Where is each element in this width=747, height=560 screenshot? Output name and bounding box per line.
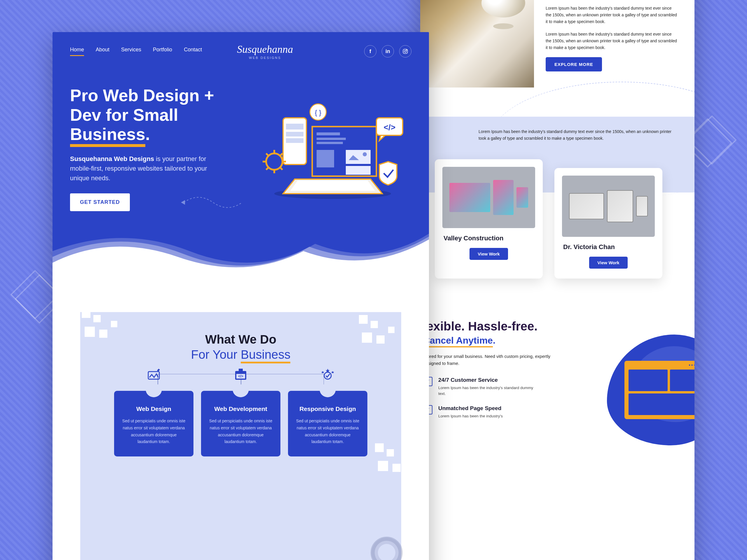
svg-marker-5 (290, 181, 375, 191)
svg-rect-34 (148, 372, 159, 379)
view-work-button[interactable]: View Work (469, 248, 508, 260)
portfolio-card: Valley Construction View Work (435, 159, 543, 278)
card-title: Web Design (121, 405, 186, 412)
card-body: Sed ut perspiciatis unde omnis iste natu… (295, 418, 360, 445)
services-subheading: For Your Business (70, 348, 411, 362)
svg-text:</>: </> (384, 123, 395, 132)
portfolio-title: Dr. Victoria Chan (563, 243, 655, 251)
about-paragraph: Lorem Ipsum has been the industry's stan… (546, 5, 677, 25)
portfolio-intro: Lorem Ipsum has been the industry's stan… (420, 105, 694, 151)
svg-line-25 (280, 167, 282, 170)
portfolio-title: Valley Construction (443, 235, 535, 242)
nav-link-home[interactable]: Home (70, 47, 84, 56)
service-card-dev: </> Web Development Sed ut perspiciatis … (201, 391, 280, 456)
svg-rect-8 (317, 138, 346, 140)
services-heading: What We Do (70, 332, 411, 347)
svg-point-2 (407, 50, 407, 50)
svg-rect-18 (286, 138, 304, 143)
svg-point-39 (324, 372, 331, 379)
portfolio-thumbnail (562, 176, 655, 237)
view-work-button[interactable]: View Work (589, 257, 627, 269)
about-image (420, 0, 534, 87)
nav-bar: Home About Services Portfolio Contact Su… (53, 32, 429, 59)
design-icon (147, 368, 161, 382)
flex-subheading: Cancel Anytime (423, 335, 493, 347)
svg-marker-14 (346, 166, 370, 175)
svg-marker-33 (181, 200, 185, 205)
svg-point-1 (405, 50, 407, 53)
svg-point-13 (363, 152, 367, 156)
svg-rect-38 (239, 369, 243, 371)
dev-icon: </> (233, 368, 248, 382)
service-card-design: Web Design Sed ut perspiciatis unde omni… (114, 391, 194, 456)
about-paragraph: Lorem Ipsum has been the industry's stan… (546, 31, 677, 51)
svg-line-27 (280, 153, 282, 156)
card-body: Sed ut perspiciatis unde omnis iste natu… (208, 418, 274, 445)
hero-title: Pro Web Design + Dev for Small Business. (70, 86, 233, 145)
facebook-icon[interactable]: f (364, 45, 377, 57)
svg-line-26 (266, 167, 268, 170)
card-title: Web Development (208, 405, 274, 412)
svg-rect-10 (317, 150, 334, 167)
hero-illustration: </> { } (245, 86, 411, 211)
service-card-responsive: Responsive Design Sed ut perspiciatis un… (288, 391, 367, 456)
feature-title: Unmatched Page Speed (438, 405, 503, 411)
svg-point-19 (266, 153, 282, 170)
brand-tagline: WEB DESIGNS (237, 56, 293, 59)
svg-rect-7 (317, 132, 340, 135)
nav-link-about[interactable]: About (96, 47, 109, 56)
svg-line-24 (266, 153, 268, 156)
svg-rect-17 (286, 132, 304, 136)
feature-desc: Lorem Ipsum has been the industry's stan… (438, 385, 535, 397)
panel-left: Home About Services Portfolio Contact Su… (53, 32, 429, 560)
card-title: Responsive Design (295, 405, 360, 412)
nav-link-services[interactable]: Services (121, 47, 141, 56)
svg-text:{ }: { } (315, 108, 321, 116)
portfolio-thumbnail (442, 167, 535, 228)
nav-link-portfolio[interactable]: Portfolio (153, 47, 172, 56)
feature-title: 24/7 Customer Service (438, 377, 535, 383)
svg-marker-41 (321, 371, 324, 373)
svg-rect-16 (286, 124, 304, 130)
card-body: Sed ut perspiciatis unde omnis iste natu… (121, 418, 186, 445)
hero-description: Susquehanna Web Designs is your partner … (70, 154, 216, 183)
svg-marker-42 (331, 371, 334, 373)
instagram-icon[interactable] (399, 45, 411, 57)
svg-marker-11 (346, 150, 370, 164)
browser-illustration (624, 361, 694, 419)
svg-rect-9 (317, 142, 343, 144)
svg-text:</>: </> (238, 374, 243, 378)
nav-link-contact[interactable]: Contact (184, 47, 202, 56)
responsive-icon (320, 368, 335, 382)
portfolio-card: Dr. Victoria Chan View Work (555, 168, 662, 278)
get-started-button[interactable]: GET STARTED (70, 193, 130, 211)
feature-desc: Lorem Ipsum has been the industry's (438, 413, 503, 419)
panel-right: About Us Lorem Ipsum has been the indust… (420, 0, 694, 560)
flex-description: ailored for your small business. Need vi… (423, 353, 551, 367)
brand-name: Susquehanna (237, 43, 293, 55)
svg-marker-29 (379, 135, 385, 140)
brand-logo[interactable]: Susquehanna WEB DESIGNS (237, 43, 293, 59)
explore-more-button[interactable]: EXPLORE MORE (546, 57, 602, 72)
linkedin-icon[interactable]: in (382, 45, 394, 57)
